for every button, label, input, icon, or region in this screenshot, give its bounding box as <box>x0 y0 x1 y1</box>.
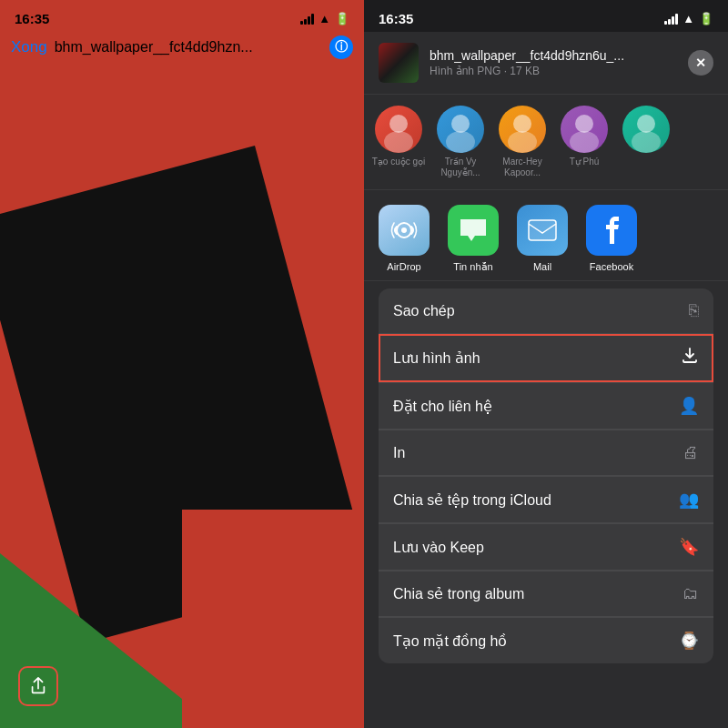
action-watch-label: Tạo mặt đồng hồ <box>393 632 507 650</box>
watch-icon: ⌚ <box>679 631 699 651</box>
contact-name-1: Tạo cuộc gọi <box>372 157 426 167</box>
album-icon: 🗂 <box>682 584 699 603</box>
left-nav-bar: Xong bhm_wallpaper__fct4dd9hzn... ⓘ <box>0 32 364 66</box>
svg-point-9 <box>632 131 661 153</box>
action-album-label: Chia sẻ trong album <box>393 585 524 602</box>
left-status-icons: ▲ 🔋 <box>300 12 349 25</box>
contact-avatar-1 <box>375 106 422 153</box>
save-svg <box>681 347 699 365</box>
share-button-container <box>18 666 58 706</box>
share-button[interactable] <box>18 666 58 706</box>
svg-point-0 <box>389 115 408 133</box>
apps-row: AirDrop Tin nhắn Mail <box>364 190 728 281</box>
right-time: 16:35 <box>379 11 413 26</box>
keep-icon: 🔖 <box>679 537 699 557</box>
facebook-icon <box>586 205 637 256</box>
info-button[interactable]: ⓘ <box>329 35 353 59</box>
contact-item-4[interactable]: Tự Phú <box>557 106 612 178</box>
action-album[interactable]: Chia sẻ trong album 🗂 <box>379 571 713 617</box>
left-panel: 16:35 ▲ 🔋 Xong bhm_wallpaper__fct4dd9hzn… <box>0 0 364 728</box>
icloud-icon: 👥 <box>679 490 699 510</box>
svg-point-8 <box>637 115 655 133</box>
file-thumb-visual <box>379 43 419 83</box>
right-panel: 16:35 ▲ 🔋 bhm_wallpaper__fct4dd9hzn6u_..… <box>364 0 728 728</box>
contact-item-5[interactable] <box>619 106 673 178</box>
contact-name-2: Trần Vy Nguyễn... <box>433 157 488 178</box>
copy-icon: ⎘ <box>689 301 699 320</box>
left-filename: bhm_wallpaper__fct4dd9hzn... <box>55 39 329 56</box>
battery-icon: 🔋 <box>335 12 349 25</box>
file-meta: Hình ảnh PNG · 17 KB <box>430 65 688 77</box>
contact-item-2[interactable]: Trần Vy Nguyễn... <box>433 106 488 178</box>
share-sheet: bhm_wallpaper__fct4dd9hzn6u_... Hình ảnh… <box>364 32 728 728</box>
facebook-svg <box>599 216 624 245</box>
file-thumbnail <box>379 43 419 83</box>
action-watch[interactable]: Tạo mặt đồng hồ ⌚ <box>379 617 713 663</box>
action-contact-label: Đặt cho liên hệ <box>393 398 492 415</box>
facebook-label: Facebook <box>590 261 633 272</box>
app-item-mail[interactable]: Mail <box>510 205 575 273</box>
wifi-icon: ▲ <box>318 12 330 25</box>
messages-label: Tin nhắn <box>453 261 492 273</box>
svg-point-5 <box>508 131 537 153</box>
mail-label: Mail <box>533 261 551 272</box>
svg-point-2 <box>451 115 470 133</box>
svg-point-11 <box>401 228 407 233</box>
action-print[interactable]: In 🖨 <box>379 430 713 476</box>
action-contact[interactable]: Đặt cho liên hệ 👤 <box>379 382 713 430</box>
svg-point-3 <box>446 131 475 153</box>
contact-name-3: Marc-Hey Kapoor... <box>495 157 550 178</box>
right-status-icons: ▲ 🔋 <box>664 12 713 25</box>
contact-name-4: Tự Phú <box>570 157 600 167</box>
action-list: Sao chép ⎘ Lưu hình ảnh Đặt cho liên hệ … <box>364 281 728 728</box>
action-icloud[interactable]: Chia sẻ tệp trong iCloud 👥 <box>379 476 713 523</box>
print-icon: 🖨 <box>682 443 699 462</box>
svg-rect-12 <box>529 220 556 240</box>
contact-item-3[interactable]: Marc-Hey Kapoor... <box>495 106 550 178</box>
action-print-label: In <box>393 445 405 461</box>
airdrop-label: AirDrop <box>387 261 420 272</box>
contact-icon-5 <box>622 106 670 153</box>
file-header: bhm_wallpaper__fct4dd9hzn6u_... Hình ảnh… <box>364 32 728 95</box>
action-icloud-label: Chia sẻ tệp trong iCloud <box>393 491 551 509</box>
contact-icon: 👤 <box>679 396 699 416</box>
action-keep[interactable]: Lưu vào Keep 🔖 <box>379 523 713 571</box>
right-status-bar: 16:35 ▲ 🔋 <box>364 0 728 32</box>
action-group-1: Sao chép ⎘ Lưu hình ảnh Đặt cho liên hệ … <box>379 288 713 663</box>
app-item-airdrop[interactable]: AirDrop <box>371 205 437 273</box>
contact-item[interactable]: Tạo cuộc gọi <box>371 106 426 178</box>
mail-svg <box>528 219 557 241</box>
mail-icon <box>517 205 568 256</box>
close-button[interactable]: ✕ <box>688 50 713 76</box>
wallpaper-red2-shape <box>182 510 364 728</box>
app-item-messages[interactable]: Tin nhắn <box>440 205 506 273</box>
svg-point-7 <box>570 131 599 153</box>
app-item-facebook[interactable]: Facebook <box>579 205 644 273</box>
messages-svg <box>459 217 488 243</box>
left-time: 16:35 <box>15 11 49 26</box>
airdrop-svg <box>389 216 419 245</box>
right-wifi-icon: ▲ <box>682 12 694 25</box>
right-battery-icon: 🔋 <box>699 12 713 25</box>
action-copy[interactable]: Sao chép ⎘ <box>379 288 713 334</box>
svg-point-6 <box>575 115 593 133</box>
contact-avatar-3 <box>499 106 546 153</box>
signal-icon <box>300 14 314 25</box>
svg-point-4 <box>513 115 531 133</box>
contact-icon-4 <box>561 106 608 153</box>
left-status-bar: 16:35 ▲ 🔋 <box>0 0 364 32</box>
right-signal-icon <box>664 14 678 25</box>
contact-icon-1 <box>375 106 422 153</box>
save-icon <box>681 347 699 369</box>
action-save-image[interactable]: Lưu hình ảnh <box>379 334 713 382</box>
contacts-row: Tạo cuộc gọi Trần Vy Nguyễn... <box>364 95 728 190</box>
action-keep-label: Lưu vào Keep <box>393 539 484 556</box>
contact-icon-3 <box>499 106 546 153</box>
wallpaper-background <box>0 0 364 728</box>
contact-avatar-4 <box>561 106 608 153</box>
file-info: bhm_wallpaper__fct4dd9hzn6u_... Hình ảnh… <box>430 48 688 77</box>
contact-avatar-2 <box>437 106 484 153</box>
back-button[interactable]: Xong <box>11 38 47 56</box>
messages-icon <box>448 205 499 256</box>
contact-icon-2 <box>437 106 484 153</box>
